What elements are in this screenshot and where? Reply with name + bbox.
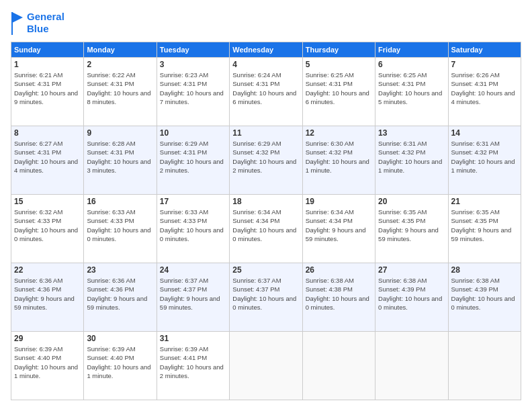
sunrise-label: Sunrise: 6:34 AM — [232, 208, 281, 216]
day-info: Sunrise: 6:28 AM Sunset: 4:31 PM Dayligh… — [87, 139, 153, 175]
sunset-label: Sunset: 4:32 PM — [232, 148, 279, 156]
sunset-label: Sunset: 4:31 PM — [14, 148, 61, 156]
day-info: Sunrise: 6:33 AM Sunset: 4:33 PM Dayligh… — [87, 208, 153, 243]
sunrise-label: Sunrise: 6:21 AM — [14, 71, 62, 79]
daylight-label: Daylight: 9 hours and 59 minutes. — [451, 226, 512, 242]
logo-text-block: General Blue — [11, 11, 64, 35]
calendar-cell: 24 Sunrise: 6:37 AM Sunset: 4:37 PM Dayl… — [157, 263, 229, 332]
calendar-cell: 22 Sunrise: 6:36 AM Sunset: 4:36 PM Dayl… — [11, 263, 84, 332]
day-info: Sunrise: 6:35 AM Sunset: 4:35 PM Dayligh… — [451, 208, 518, 243]
sunset-label: Sunset: 4:40 PM — [14, 354, 61, 361]
sunrise-label: Sunrise: 6:33 AM — [160, 208, 208, 216]
sunrise-label: Sunrise: 6:29 AM — [160, 140, 208, 147]
sunset-label: Sunset: 4:33 PM — [14, 217, 61, 224]
daylight-label: Daylight: 10 hours and 1 minute. — [451, 158, 515, 174]
daylight-label: Daylight: 10 hours and 2 minutes. — [160, 158, 224, 174]
day-number: 8 — [14, 128, 81, 138]
sunrise-label: Sunrise: 6:23 AM — [160, 71, 208, 79]
daylight-label: Daylight: 10 hours and 1 minute. — [306, 158, 369, 174]
day-number: 11 — [232, 128, 299, 138]
calendar-cell: 4 Sunrise: 6:24 AM Sunset: 4:31 PM Dayli… — [230, 58, 302, 126]
day-number: 12 — [306, 128, 372, 138]
day-of-week-header: Tuesday — [157, 42, 229, 58]
sunrise-label: Sunrise: 6:38 AM — [451, 277, 500, 284]
logo-flag-icon — [11, 11, 24, 35]
day-number: 7 — [451, 60, 518, 69]
sunrise-label: Sunrise: 6:39 AM — [87, 345, 135, 353]
calendar-cell: 27 Sunrise: 6:38 AM Sunset: 4:39 PM Dayl… — [375, 263, 448, 332]
sunset-label: Sunset: 4:36 PM — [14, 285, 61, 293]
sunrise-label: Sunrise: 6:35 AM — [378, 208, 427, 216]
day-info: Sunrise: 6:23 AM Sunset: 4:31 PM Dayligh… — [160, 71, 226, 106]
day-number: 28 — [451, 265, 518, 275]
day-number: 24 — [160, 265, 226, 275]
calendar-week-row: 29 Sunrise: 6:39 AM Sunset: 4:40 PM Dayl… — [11, 332, 521, 400]
calendar-cell: 15 Sunrise: 6:32 AM Sunset: 4:33 PM Dayl… — [11, 195, 84, 263]
daylight-label: Daylight: 10 hours and 4 minutes. — [451, 89, 515, 105]
calendar-cell — [230, 332, 302, 400]
daylight-label: Daylight: 10 hours and 6 minutes. — [306, 89, 369, 105]
daylight-label: Daylight: 9 hours and 59 minutes. — [87, 295, 147, 311]
sunrise-label: Sunrise: 6:35 AM — [451, 208, 500, 216]
sunset-label: Sunset: 4:31 PM — [14, 80, 61, 87]
sunset-label: Sunset: 4:34 PM — [306, 217, 353, 224]
calendar-cell: 1 Sunrise: 6:21 AM Sunset: 4:31 PM Dayli… — [11, 58, 84, 126]
sunrise-label: Sunrise: 6:39 AM — [160, 345, 208, 353]
sunrise-label: Sunrise: 6:31 AM — [378, 140, 427, 147]
sunset-label: Sunset: 4:31 PM — [160, 80, 207, 87]
day-info: Sunrise: 6:25 AM Sunset: 4:31 PM Dayligh… — [378, 71, 445, 106]
sunset-label: Sunset: 4:39 PM — [451, 285, 498, 293]
sunrise-label: Sunrise: 6:38 AM — [306, 277, 354, 284]
calendar-cell: 18 Sunrise: 6:34 AM Sunset: 4:34 PM Dayl… — [230, 195, 302, 263]
daylight-label: Daylight: 10 hours and 0 minutes. — [451, 295, 515, 311]
day-number: 16 — [87, 197, 153, 206]
sunset-label: Sunset: 4:31 PM — [451, 80, 498, 87]
calendar-cell: 19 Sunrise: 6:34 AM Sunset: 4:34 PM Dayl… — [302, 195, 375, 263]
calendar-table: SundayMondayTuesdayWednesdayThursdayFrid… — [11, 42, 521, 400]
day-number: 26 — [306, 265, 372, 275]
sunrise-label: Sunrise: 6:26 AM — [451, 71, 500, 79]
sunset-label: Sunset: 4:37 PM — [232, 285, 279, 293]
day-info: Sunrise: 6:37 AM Sunset: 4:37 PM Dayligh… — [232, 276, 299, 312]
daylight-label: Daylight: 9 hours and 59 minutes. — [14, 295, 75, 311]
sunrise-label: Sunrise: 6:37 AM — [160, 277, 208, 284]
calendar-cell: 8 Sunrise: 6:27 AM Sunset: 4:31 PM Dayli… — [11, 126, 84, 195]
day-number: 21 — [451, 197, 518, 206]
calendar-cell: 14 Sunrise: 6:31 AM Sunset: 4:32 PM Dayl… — [448, 126, 521, 195]
day-number: 17 — [160, 197, 226, 206]
day-number: 4 — [232, 60, 299, 69]
sunrise-label: Sunrise: 6:32 AM — [14, 208, 62, 216]
calendar-week-row: 22 Sunrise: 6:36 AM Sunset: 4:36 PM Dayl… — [11, 263, 521, 332]
sunrise-label: Sunrise: 6:38 AM — [378, 277, 427, 284]
daylight-label: Daylight: 10 hours and 0 minutes. — [232, 295, 296, 311]
daylight-label: Daylight: 10 hours and 0 minutes. — [160, 226, 224, 242]
daylight-label: Daylight: 9 hours and 59 minutes. — [306, 226, 366, 242]
sunrise-label: Sunrise: 6:37 AM — [232, 277, 281, 284]
calendar-week-row: 8 Sunrise: 6:27 AM Sunset: 4:31 PM Dayli… — [11, 126, 521, 195]
sunrise-label: Sunrise: 6:36 AM — [87, 277, 135, 284]
daylight-label: Daylight: 10 hours and 3 minutes. — [87, 158, 150, 174]
sunset-label: Sunset: 4:31 PM — [87, 80, 134, 87]
day-info: Sunrise: 6:29 AM Sunset: 4:31 PM Dayligh… — [160, 139, 226, 175]
day-info: Sunrise: 6:31 AM Sunset: 4:32 PM Dayligh… — [378, 139, 445, 175]
daylight-label: Daylight: 10 hours and 1 minute. — [87, 363, 150, 379]
day-info: Sunrise: 6:21 AM Sunset: 4:31 PM Dayligh… — [14, 71, 81, 106]
daylight-label: Daylight: 10 hours and 0 minutes. — [306, 295, 369, 311]
calendar-cell — [448, 332, 521, 400]
day-number: 23 — [87, 265, 153, 275]
day-number: 30 — [87, 334, 153, 343]
sunrise-label: Sunrise: 6:33 AM — [87, 208, 135, 216]
day-of-week-header: Saturday — [448, 42, 521, 58]
calendar-cell: 23 Sunrise: 6:36 AM Sunset: 4:36 PM Dayl… — [84, 263, 157, 332]
calendar-cell: 9 Sunrise: 6:28 AM Sunset: 4:31 PM Dayli… — [84, 126, 157, 195]
sunset-label: Sunset: 4:37 PM — [160, 285, 207, 293]
day-info: Sunrise: 6:34 AM Sunset: 4:34 PM Dayligh… — [306, 208, 372, 243]
day-of-week-header: Friday — [375, 42, 448, 58]
calendar-cell: 30 Sunrise: 6:39 AM Sunset: 4:40 PM Dayl… — [84, 332, 157, 400]
daylight-label: Daylight: 10 hours and 0 minutes. — [232, 226, 296, 242]
daylight-label: Daylight: 9 hours and 59 minutes. — [378, 226, 439, 242]
day-of-week-header: Sunday — [11, 42, 84, 58]
sunrise-label: Sunrise: 6:25 AM — [306, 71, 354, 79]
sunset-label: Sunset: 4:41 PM — [160, 354, 207, 361]
day-info: Sunrise: 6:24 AM Sunset: 4:31 PM Dayligh… — [232, 71, 299, 106]
